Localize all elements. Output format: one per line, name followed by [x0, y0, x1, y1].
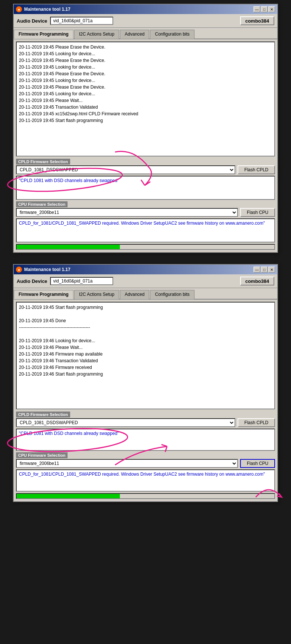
log-line: 20-11-2019 19:46 Start flash programming: [19, 371, 272, 377]
combo-button-1[interactable]: combo384: [240, 16, 274, 25]
log-line: 20-11-2019 19:45 Start flash programming: [19, 117, 272, 124]
tab-config-2[interactable]: Configuration bits: [150, 290, 194, 299]
cpu-info-area-1[interactable]: CPLD_for_1081/CPLD_1081_SWAPPED required…: [16, 218, 275, 242]
cpld-info-area-2[interactable]: "CPLD 1081 with DSD channels already swa…: [16, 429, 275, 451]
title-bar-left-2: ● Maintenance tool 1.17: [16, 267, 71, 273]
title-bar-2: ● Maintenance tool 1.17 — □ ✕: [14, 265, 277, 274]
cpu-section-row-2: firmware_2006be11 Flash CPU: [16, 459, 275, 468]
log-line: 20-11-2019 19:46 Looking for device...: [19, 337, 272, 344]
cpu-info-text-1: CPLD_for_1081/CPLD_1081_SWAPPED required…: [19, 221, 265, 226]
minimize-button-2[interactable]: —: [254, 267, 260, 273]
log-line: 20-11-2019 19:45 Please Wait...: [19, 97, 272, 104]
close-button-1[interactable]: ✕: [268, 6, 275, 12]
log-line: 20-11-2019 19:45 Done: [19, 317, 272, 324]
audio-device-input-1[interactable]: [50, 17, 113, 25]
cpu-info-area-2[interactable]: CPLD_for_1081/CPLD_1081_SWAPPED required…: [16, 469, 275, 492]
cpld-section-label-1: CPLD Firmware Selection: [16, 159, 70, 165]
tab-bar-1: Firmware Programming I2C Actions Setup A…: [14, 28, 277, 39]
tab-advanced-2[interactable]: Advanced: [120, 290, 149, 299]
cpu-section-label-1: CPU Firmware Selection: [16, 201, 68, 207]
log-line: 20-11-2019 19:45 Looking for device...: [19, 90, 272, 97]
cpu-info-text-2: CPLD_for_1081/CPLD_1081_SWAPPED required…: [19, 472, 265, 477]
log-line: 20-11-2019 19:45 Looking for device...: [19, 77, 272, 84]
flash-cpu-button-1[interactable]: Flash CPU: [240, 208, 275, 217]
log-line: [19, 311, 272, 317]
window-1: ● Maintenance tool 1.17 — □ ✕ Audio Devi…: [13, 4, 278, 253]
audio-device-bar-1: Audio Device combo384: [14, 14, 277, 28]
tab-firmware-1[interactable]: Firmware Programming: [14, 30, 73, 39]
audio-device-bar-2: Audio Device combo384: [14, 274, 277, 288]
tab-i2c-1[interactable]: I2C Actions Setup: [74, 30, 119, 39]
minimize-button-1[interactable]: —: [254, 6, 260, 12]
log-area-1[interactable]: 20-11-2019 19:45 Please Erase the Device…: [16, 42, 275, 156]
log-line: 20-11-2019 19:45 Looking for device...: [19, 50, 272, 57]
log-line: 20-11-2019 19:45 Please Erase the Device…: [19, 44, 272, 50]
cpld-firmware-select-2[interactable]: CPLD_1081_DSDSWAPPED: [16, 418, 235, 427]
log-line: 20-11-2019 19:46 Firmware received: [19, 364, 272, 371]
cpld-section-row-1: CPLD_1081_DSDSWAPPED Flash CPLD: [16, 165, 275, 174]
cpu-firmware-section-1: CPU Firmware Selection firmware_2006be11…: [16, 201, 275, 242]
tab-advanced-1[interactable]: Advanced: [120, 30, 149, 39]
title-buttons-2: — □ ✕: [254, 267, 275, 273]
app-icon-2: ●: [16, 267, 22, 273]
tab-bar-2: Firmware Programming I2C Actions Setup A…: [14, 288, 277, 300]
progress-bar-2: [17, 494, 120, 498]
log-line: 20-11-2019 19:46 Transaction Validated: [19, 357, 272, 364]
log-line: 20-11-2019 19:45 xc15d2swp.html CPLD Fir…: [19, 110, 272, 117]
audio-device-label-1: Audio Device: [17, 18, 47, 24]
tab-i2c-2[interactable]: I2C Actions Setup: [74, 290, 119, 299]
log-line: 20-11-2019 19:46 Please Wait...: [19, 344, 272, 351]
cpu-firmware-section-2: CPU Firmware Selection firmware_2006be11…: [16, 452, 275, 492]
progress-bar-1: [17, 245, 120, 249]
log-line: [19, 331, 272, 337]
log-line: 20-11-2019 19:45 Looking for device...: [19, 64, 272, 70]
close-button-2[interactable]: ✕: [268, 267, 275, 273]
maximize-button-1[interactable]: □: [261, 6, 268, 12]
cpld-info-text-1: "CPLD 1081 with DSD channels already swa…: [19, 178, 119, 183]
log-line: ----------------------------------------…: [19, 324, 272, 331]
title-bar-left-1: ● Maintenance tool 1.17: [16, 6, 71, 12]
cpu-section-row-1: firmware_2006be11 Flash CPU: [16, 208, 275, 217]
window-title-2: Maintenance tool 1.17: [24, 267, 71, 272]
title-bar-1: ● Maintenance tool 1.17 — □ ✕: [14, 4, 277, 14]
progress-bar-container-1: [16, 244, 275, 250]
log-area-2[interactable]: 20-11-2019 19:45 Start flash programming…: [16, 302, 275, 409]
app-icon-1: ●: [16, 6, 22, 12]
log-line: 20-11-2019 19:45 Please Erase the Device…: [19, 70, 272, 77]
log-line: 20-11-2019 19:45 Transaction Validated: [19, 104, 272, 110]
maximize-button-2[interactable]: □: [261, 267, 268, 273]
cpld-firmware-section-1: CPLD Firmware Selection CPLD_1081_DSDSWA…: [16, 159, 275, 200]
audio-device-input-2[interactable]: [50, 277, 113, 285]
cpld-section-row-2: CPLD_1081_DSDSWAPPED Flash CPLD: [16, 418, 275, 427]
window-2: ● Maintenance tool 1.17 — □ ✕ Audio Devi…: [13, 264, 278, 502]
cpld-firmware-select-1[interactable]: CPLD_1081_DSDSWAPPED: [16, 165, 235, 174]
flash-cpld-button-1[interactable]: Flash CPLD: [238, 165, 275, 174]
window-title-1: Maintenance tool 1.17: [24, 7, 71, 12]
combo-button-2[interactable]: combo384: [240, 277, 274, 285]
progress-bar-container-2: [16, 493, 275, 499]
flash-cpu-button-2[interactable]: Flash CPU: [240, 459, 275, 468]
cpu-firmware-select-2[interactable]: firmware_2006be11: [16, 459, 238, 468]
cpld-section-label-2: CPLD Firmware Selection: [16, 412, 70, 417]
audio-device-label-2: Audio Device: [17, 278, 47, 284]
cpld-info-area-1[interactable]: "CPLD 1081 with DSD channels already swa…: [16, 176, 275, 200]
cpld-firmware-section-2: CPLD Firmware Selection CPLD_1081_DSDSWA…: [16, 412, 275, 451]
log-line: 20-11-2019 19:46 Firmware map available: [19, 351, 272, 357]
cpu-section-label-2: CPU Firmware Selection: [16, 452, 68, 458]
log-line: 20-11-2019 19:45 Please Erase the Device…: [19, 57, 272, 64]
log-line: 20-11-2019 19:45 Please Erase the Device…: [19, 84, 272, 90]
tab-config-1[interactable]: Configuration bits: [150, 30, 194, 39]
tab-firmware-2[interactable]: Firmware Programming: [14, 290, 73, 299]
window-separator: [0, 257, 291, 260]
cpu-firmware-select-1[interactable]: firmware_2006be11: [16, 208, 238, 217]
title-buttons-1: — □ ✕: [254, 6, 275, 12]
cpld-info-text-2: "CPLD 1081 with DSD channels already swa…: [19, 431, 119, 436]
flash-cpld-button-2[interactable]: Flash CPLD: [238, 418, 275, 427]
log-line: 20-11-2019 19:45 Start flash programming: [19, 304, 272, 311]
